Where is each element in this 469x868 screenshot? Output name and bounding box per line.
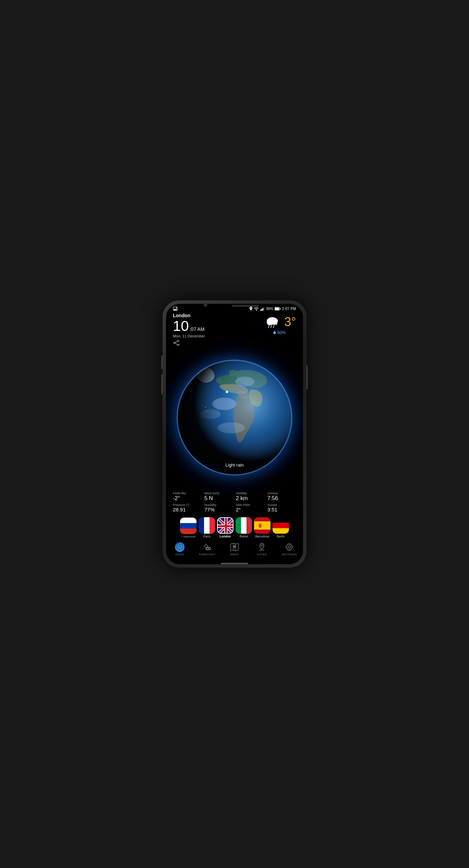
svg-point-12	[178, 340, 179, 342]
uk-flag-svg	[218, 518, 233, 534]
nav-settings-label: SETTINGS	[282, 553, 297, 556]
svg-rect-6	[261, 309, 262, 311]
svg-rect-57	[236, 517, 241, 534]
city-item-ulyanovsk[interactable]: * Ulyanovsk	[180, 518, 197, 538]
svg-rect-61	[254, 521, 270, 530]
svg-line-22	[271, 325, 272, 327]
cities-nav-icon-container	[257, 542, 267, 552]
status-bar: 89% 2:07 PM	[166, 304, 303, 312]
svg-point-81	[261, 545, 263, 546]
city-label-paris: Paris	[203, 535, 211, 538]
svg-point-4	[256, 310, 257, 311]
italy-flag-svg	[236, 517, 252, 534]
share-icon[interactable]	[173, 340, 205, 347]
date-display: Mon, 11 December	[173, 334, 205, 338]
pressure-label: Pressure (")	[173, 503, 189, 507]
bottom-navigation: HOME	[166, 540, 303, 561]
globe-svg	[176, 359, 293, 476]
russia-flag-svg	[180, 518, 197, 534]
svg-rect-65	[272, 523, 289, 528]
sunset-value: 3:51	[267, 507, 278, 513]
city-item-rome[interactable]: Rome	[236, 517, 252, 538]
svg-rect-8	[263, 307, 264, 311]
flag-berlin	[272, 517, 289, 534]
maps-nav-icon-container	[230, 542, 239, 552]
humidity-value: 77%	[204, 507, 219, 513]
battery-icon	[275, 307, 281, 311]
sunrise-section: Sunrise 7:56 Sunset 3:51	[266, 491, 297, 513]
svg-point-13	[178, 344, 179, 346]
svg-point-3	[251, 308, 252, 309]
weather-right: 3° 60%	[263, 313, 296, 335]
city-item-berlin[interactable]: Berlin	[272, 517, 289, 538]
volume-up-button[interactable]	[161, 355, 163, 369]
feels-like-section: Feels like -2° Pressure (") 28.91	[172, 491, 203, 513]
nav-maps[interactable]: MAPS	[224, 542, 245, 556]
spain-flag-svg	[254, 517, 270, 534]
germany-flag-svg	[272, 517, 289, 534]
city-label-barcelona: Barcelona	[255, 535, 269, 538]
forecast-nav-icon-container	[202, 542, 212, 552]
svg-line-21	[268, 325, 269, 327]
sunrise-label: Sunrise	[267, 492, 278, 495]
svg-point-14	[174, 342, 175, 344]
time-big: 10	[173, 319, 189, 333]
flag-barcelona	[254, 517, 270, 534]
svg-rect-64	[272, 517, 289, 523]
flag-ulyanovsk	[180, 518, 197, 534]
city-item-london[interactable]: London	[217, 517, 233, 538]
sunrise-value: 7:56	[267, 495, 278, 501]
home-nav-icon-container	[175, 542, 185, 552]
dew-point-value: 2°	[236, 507, 250, 513]
cities-row: * Ulyanovsk Paris	[166, 515, 303, 540]
svg-rect-45	[199, 517, 204, 534]
city-label-berlin: Berlin	[277, 535, 284, 538]
earth-globe[interactable]: Light rain	[176, 359, 293, 476]
location-icon	[249, 307, 253, 311]
svg-rect-43	[180, 523, 197, 529]
svg-rect-46	[204, 517, 210, 534]
location-time: London 10 :07 AM Mon, 11 December	[173, 313, 205, 347]
phone-frame: 89% 2:07 PM London 10 :07 AM	[163, 300, 306, 568]
cities-icon	[257, 543, 266, 551]
power-button[interactable]	[306, 365, 308, 389]
city-label-london: London	[220, 535, 231, 538]
nav-cities[interactable]: CITIES	[252, 542, 272, 556]
svg-marker-1	[173, 309, 177, 310]
status-right: 89% 2:07 PM	[249, 307, 296, 311]
svg-rect-20	[267, 322, 277, 324]
nav-home[interactable]: HOME	[169, 542, 190, 556]
france-flag-svg	[199, 517, 215, 534]
weather-details: Feels like -2° Pressure (") 28.91 Wind (…	[166, 489, 303, 515]
nav-cities-label: CITIES	[257, 553, 267, 556]
nav-maps-label: MAPS	[230, 553, 239, 556]
svg-rect-11	[280, 308, 281, 309]
forecast-icon	[203, 543, 212, 551]
svg-rect-56	[218, 525, 233, 527]
globe-container: Light rain	[166, 347, 303, 489]
svg-rect-59	[246, 517, 252, 534]
city-item-paris[interactable]: Paris	[199, 517, 215, 538]
weather-header: London 10 :07 AM Mon, 11 December	[166, 312, 303, 347]
wind-value: 5 N	[204, 495, 219, 501]
settings-nav-icon-container	[284, 542, 294, 552]
bottom-bar-indicator	[221, 563, 248, 564]
flag-rome	[236, 517, 252, 534]
city-item-barcelona[interactable]: Barcelona	[254, 517, 270, 538]
svg-point-70	[205, 545, 207, 547]
visibility-value: 2 km	[236, 495, 250, 501]
city-name: London	[173, 313, 205, 318]
precipitation-row: 60%	[273, 330, 286, 335]
nav-settings[interactable]: SETTINGS	[279, 542, 300, 556]
nav-forecast[interactable]: FORECAST	[197, 542, 217, 556]
feels-like-label: Feels like	[173, 492, 189, 495]
pressure-value: 28.91	[173, 507, 189, 513]
flag-london	[217, 517, 233, 534]
visibility-section: Visibility 2 km Dew Point 2°	[234, 491, 266, 513]
time-display: 10 :07 AM	[173, 319, 205, 333]
sunset-label: Sunset	[267, 503, 278, 507]
svg-rect-63	[259, 523, 261, 524]
volume-down-button[interactable]	[161, 374, 163, 395]
svg-line-23	[273, 325, 274, 327]
gallery-icon	[173, 307, 178, 311]
